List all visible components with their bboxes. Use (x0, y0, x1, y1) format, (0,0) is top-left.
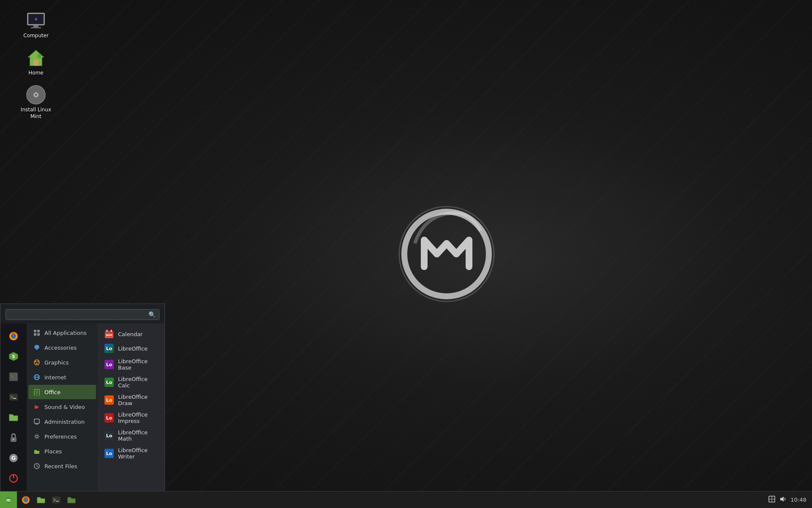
app-libreoffice-impress[interactable]: Lo LibreOffice Impress (101, 409, 161, 427)
sidebar-icon-files[interactable] (4, 408, 23, 427)
app-calendar-label: Calendar (118, 331, 143, 337)
app-calendar[interactable]: Calendar (101, 327, 161, 341)
taskbar-items (17, 493, 763, 507)
taskbar: m (0, 491, 812, 508)
category-recent-files[interactable]: Recent Files (28, 459, 96, 473)
app-libreoffice-draw[interactable]: Lo LibreOffice Draw (101, 391, 161, 409)
svg-rect-9 (33, 60, 38, 66)
category-administration-icon (33, 417, 41, 426)
category-office-label: Office (44, 389, 60, 395)
category-internet-label: Internet (44, 374, 66, 381)
svg-rect-28 (34, 330, 36, 332)
svg-marker-66 (780, 497, 784, 502)
category-recent-files-label: Recent Files (44, 463, 77, 469)
category-sound-video-icon (33, 403, 41, 411)
svg-rect-44 (34, 419, 39, 423)
app-libreoffice-base[interactable]: Lo LibreOffice Base (101, 356, 161, 373)
category-office-icon (33, 388, 41, 396)
svg-point-35 (36, 363, 38, 364)
desktop-icons: 🖥 Computer Home (17, 8, 55, 122)
svg-rect-29 (37, 330, 40, 332)
sidebar-icon-google[interactable]: G (4, 449, 23, 467)
svg-text:🖥: 🖥 (34, 17, 38, 21)
taskbar-pin-firefox[interactable] (19, 493, 33, 507)
category-internet-icon (33, 373, 41, 381)
category-administration[interactable]: Administration (28, 414, 96, 429)
svg-text:m: m (6, 498, 11, 502)
sidebar-icon-software-manager[interactable]: S (4, 347, 23, 366)
svg-rect-4 (33, 25, 38, 27)
desktop: 🖥 Computer Home (0, 0, 812, 508)
sidebar-icon-firefox[interactable] (4, 327, 23, 345)
app-libreoffice-impress-label: LibreOffice Impress (118, 411, 158, 424)
app-libreoffice-math[interactable]: Lo LibreOffice Math (101, 427, 161, 444)
taskbar-pin-files[interactable] (64, 493, 79, 507)
libreoffice-math-icon: Lo (104, 431, 114, 440)
desktop-icon-computer[interactable]: 🖥 Computer (17, 8, 55, 41)
home-icon (26, 48, 46, 68)
category-preferences-label: Preferences (44, 433, 77, 440)
svg-point-47 (36, 435, 38, 438)
svg-point-13 (35, 94, 37, 96)
libreoffice-writer-icon: Lo (104, 449, 114, 458)
sidebar-icon-lock[interactable] (4, 428, 23, 447)
libreoffice-icon: Lo (104, 344, 114, 353)
search-input[interactable] (9, 312, 148, 318)
menu-search-area: 🔍 (0, 304, 165, 323)
app-libreoffice-base-label: LibreOffice Base (118, 358, 158, 371)
app-libreoffice-calc[interactable]: Lo LibreOffice Calc (101, 373, 161, 391)
computer-label: Computer (23, 33, 49, 39)
desktop-icon-install-mint[interactable]: Install Linux Mint (17, 83, 55, 122)
app-libreoffice-writer-label: LibreOffice Writer (118, 447, 158, 460)
app-libreoffice-math-label: LibreOffice Math (118, 429, 158, 442)
install-mint-label: Install Linux Mint (19, 107, 53, 120)
svg-rect-5 (31, 27, 41, 28)
taskbar-pin-terminal[interactable] (49, 493, 63, 507)
svg-rect-31 (37, 333, 40, 336)
category-all[interactable]: All Applications (28, 326, 96, 340)
sidebar-icon-power[interactable] (4, 469, 23, 488)
category-sound-video-label: Sound & Video (44, 404, 85, 410)
svg-rect-61 (52, 497, 60, 503)
category-places[interactable]: Places (28, 444, 96, 458)
libreoffice-draw-icon: Lo (104, 395, 114, 405)
taskbar-tray: 10:48 (763, 495, 812, 505)
home-label: Home (28, 70, 43, 77)
app-libreoffice-label: LibreOffice (118, 345, 148, 352)
category-graphics-label: Graphics (44, 359, 69, 366)
svg-rect-30 (34, 333, 36, 336)
svg-rect-20 (9, 394, 18, 400)
clock-display[interactable]: 10:48 (790, 497, 807, 503)
network-tray-icon[interactable] (768, 495, 776, 505)
category-office[interactable]: Office (28, 385, 96, 399)
category-preferences[interactable]: Preferences (28, 429, 96, 444)
svg-rect-10 (38, 54, 41, 58)
app-libreoffice-draw-label: LibreOffice Draw (118, 394, 158, 406)
category-sound-video[interactable]: Sound & Video (28, 400, 96, 414)
category-all-label: All Applications (44, 330, 87, 336)
taskbar-pin-file-manager[interactable] (34, 493, 48, 507)
menu-apps-list: Calendar Lo LibreOffice Lo LibreOffice B… (98, 323, 165, 491)
app-libreoffice[interactable]: Lo LibreOffice (101, 341, 161, 356)
app-libreoffice-writer[interactable]: Lo LibreOffice Writer (101, 444, 161, 462)
category-accessories[interactable]: Accessories (28, 340, 96, 355)
svg-point-33 (35, 361, 36, 362)
category-preferences-icon (33, 432, 41, 441)
svg-rect-56 (110, 334, 112, 336)
app-libreoffice-calc-label: LibreOffice Calc (118, 376, 158, 389)
start-button[interactable]: m (0, 491, 17, 508)
mint-logo (398, 205, 495, 303)
svg-text:S: S (12, 354, 15, 359)
category-accessories-label: Accessories (44, 345, 77, 351)
sound-tray-icon[interactable] (779, 495, 787, 505)
category-graphics[interactable]: Graphics (28, 355, 96, 370)
menu-categories: All Applications Accessories (27, 323, 98, 491)
sidebar-icon-terminal[interactable] (4, 388, 23, 406)
category-recent-files-icon (33, 462, 41, 470)
category-internet[interactable]: Internet (28, 370, 96, 384)
libreoffice-impress-icon: Lo (104, 413, 114, 422)
svg-rect-55 (108, 334, 110, 336)
sidebar-icon-settings[interactable]: $_ (4, 367, 23, 386)
svg-rect-51 (105, 331, 113, 333)
desktop-icon-home[interactable]: Home (17, 46, 55, 79)
